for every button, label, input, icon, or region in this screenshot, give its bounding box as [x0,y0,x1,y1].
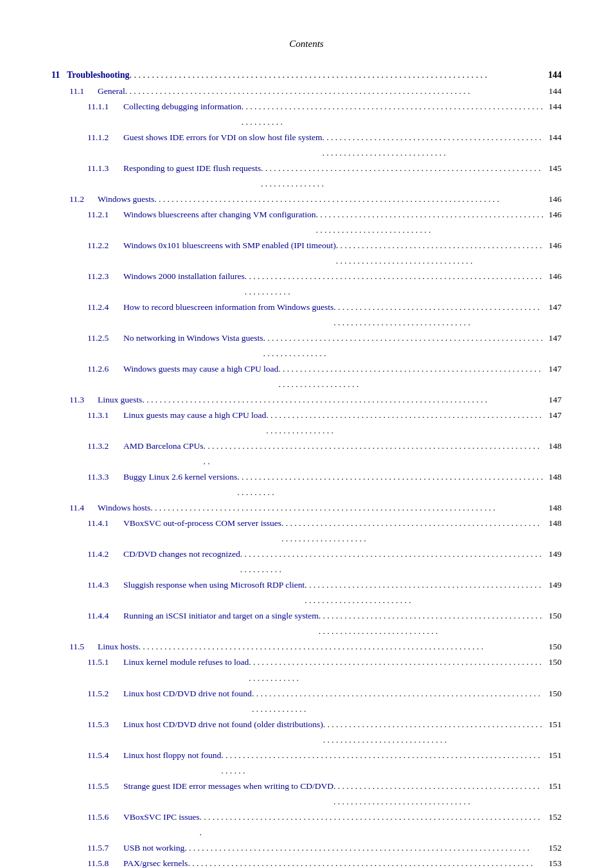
toc-page: 144 [544,99,562,114]
toc-num[interactable]: 11.5.7 [87,840,123,856]
toc-row[interactable]: 11.5.2Linux host CD/DVD drive not found … [51,686,562,717]
toc-title[interactable]: No networking in Windows Vista guests [123,330,263,346]
toc-num[interactable]: 11.3.3 [87,469,123,485]
toc-num[interactable]: 11.5.8 [87,856,123,868]
toc-row[interactable]: 11.3.2AMD Barcelona CPUs . . . . . . . .… [51,439,562,469]
toc-title[interactable]: Guest shows IDE errors for VDI on slow h… [123,130,322,145]
toc-row[interactable]: 11.2.2Windows 0x101 bluescreens with SMP… [51,238,562,269]
toc-num[interactable]: 11.5.4 [87,748,123,763]
toc-num[interactable]: 11.4.4 [87,608,123,624]
toc-dots: . . . . . . . . . . . . . . . . . . . . … [188,856,544,868]
toc-row[interactable]: 11.5Linux hosts . . . . . . . . . . . . … [51,639,562,655]
toc-row[interactable]: 11.4.2CD/DVD changes not recognized . . … [51,547,562,577]
toc-row[interactable]: 11.4Windows hosts . . . . . . . . . . . … [51,500,562,516]
toc-title[interactable]: Linux host CD/DVD drive not found (older… [123,717,323,732]
toc-num[interactable]: 11.1.3 [87,161,123,176]
toc-num[interactable]: 11.4.3 [87,577,123,593]
toc-title[interactable]: Windows guests [98,192,154,207]
toc-title[interactable]: Linux host CD/DVD drive not found [123,686,252,701]
toc-row[interactable]: 11.5.6VBoxSVC IPC issues . . . . . . . .… [51,809,562,840]
toc-num[interactable]: 11.5.2 [87,686,123,701]
toc-num[interactable]: 11.5.1 [87,655,123,670]
toc-num[interactable]: 11.2.4 [87,300,123,315]
toc-row[interactable]: 11Troubleshooting . . . . . . . . . . . … [51,68,562,84]
toc-row[interactable]: 11.2.1Windows bluescreens after changing… [51,207,562,238]
toc-row[interactable]: 11.1.3Responding to guest IDE flush requ… [51,161,562,192]
toc-row[interactable]: 11.2.4How to record bluescreen informati… [51,300,562,330]
toc-row[interactable]: 11.2.5No networking in Windows Vista gue… [51,330,562,361]
toc-num[interactable]: 11.2.3 [87,269,123,284]
toc-row[interactable]: 11.4.4Running an iSCSI initiator and tar… [51,608,562,639]
toc-title[interactable]: Running an iSCSI initiator and target on… [123,608,319,624]
toc-dots: . . . . . . . . . . . . . . . . . . . . … [281,516,544,547]
toc-num[interactable]: 11.4.1 [87,516,123,531]
toc-num[interactable]: 11.5.3 [87,717,123,732]
toc-num[interactable]: 11.4.2 [87,547,123,562]
toc-num[interactable]: 11.3 [69,392,98,408]
toc-num[interactable]: 11.4 [69,500,98,516]
toc-num[interactable]: 11.1.1 [87,99,123,114]
toc-num[interactable]: 11.5 [69,639,98,655]
toc-title[interactable]: CD/DVD changes not recognized [123,547,240,562]
toc-title[interactable]: PAX/grsec kernels [123,856,188,868]
toc-title[interactable]: Linux host floppy not found [123,748,221,763]
toc-row[interactable]: 11.5.3Linux host CD/DVD drive not found … [51,717,562,748]
toc-title[interactable]: Linux guests [98,392,142,408]
toc-row[interactable]: 11.3.3Buggy Linux 2.6 kernel versions . … [51,469,562,500]
toc-row[interactable]: 11.4.3Sluggish response when using Micro… [51,577,562,608]
toc-page: 147 [544,392,562,408]
toc-num[interactable]: 11.3.1 [87,408,123,423]
toc-num[interactable]: 11.2.6 [87,361,123,377]
toc-row[interactable]: 11.3.1Linux guests may cause a high CPU … [51,408,562,439]
toc-num[interactable]: 11.2.5 [87,330,123,346]
toc-title[interactable]: How to record bluescreen information fro… [123,300,333,315]
toc-num[interactable]: 11.5.6 [87,809,123,825]
toc-row[interactable]: 11.2.6Windows guests may cause a high CP… [51,361,562,392]
toc-row[interactable]: 11.5.7USB not working . . . . . . . . . … [51,840,562,856]
toc-dots: . . . . . . . . . . . . . . . . . . . . … [266,408,544,439]
toc-row[interactable]: 11.1.1Collecting debugging information .… [51,99,562,130]
toc-row[interactable]: 11.2Windows guests . . . . . . . . . . .… [51,192,562,207]
toc-title[interactable]: Linux guests may cause a high CPU load [123,408,266,423]
toc-title[interactable]: Windows 0x101 bluescreens with SMP enabl… [123,238,336,253]
toc-title[interactable]: Windows 2000 installation failures [123,269,245,284]
toc-num[interactable]: 11.3.2 [87,439,123,454]
toc-title[interactable]: Windows guests may cause a high CPU load [123,361,278,377]
toc-row[interactable]: 11.4.1VBoxSVC out-of-process COM server … [51,516,562,547]
toc-title[interactable]: Buggy Linux 2.6 kernel versions [123,469,237,485]
toc-row[interactable]: 11.1.2Guest shows IDE errors for VDI on … [51,130,562,161]
toc-title[interactable]: AMD Barcelona CPUs [123,439,204,454]
toc-num[interactable]: 11.5.5 [87,779,123,794]
toc-title[interactable]: General [98,84,125,99]
toc-title[interactable]: Sluggish response when using Microsoft R… [123,577,305,593]
toc-dots: . . . . . . . . . . . . . . . . . . . . … [245,269,544,300]
toc-row[interactable]: 11.5.5Strange guest IDE error messages w… [51,779,562,809]
toc-title[interactable]: Responding to guest IDE flush requests [123,161,261,176]
toc-title[interactable]: Linux kernel module refuses to load [123,655,249,670]
toc-page: 148 [544,500,562,516]
toc-num[interactable]: 11.2 [69,192,98,207]
toc-num[interactable]: 11.1 [69,84,98,99]
toc-num[interactable]: 11.2.1 [87,207,123,222]
toc-title[interactable]: VBoxSVC out-of-process COM server issues [123,516,281,531]
toc-num[interactable]: 11 [51,68,67,84]
toc-title[interactable]: Collecting debugging information [123,99,242,114]
toc-title[interactable]: Linux hosts [98,639,138,655]
toc-row[interactable]: 11.5.4Linux host floppy not found . . . … [51,748,562,779]
toc-page: 151 [544,748,562,763]
toc-title[interactable]: Troubleshooting [67,68,130,84]
toc-title[interactable]: Windows hosts [98,500,150,516]
toc-num[interactable]: 11.2.2 [87,238,123,253]
toc-title[interactable]: Windows bluescreens after changing VM co… [123,207,316,222]
toc-title[interactable]: VBoxSVC IPC issues [123,809,200,825]
toc-row[interactable]: 11.1General . . . . . . . . . . . . . . … [51,84,562,99]
toc-dots: . . . . . . . . . . . . . . . . . . . . … [336,238,544,269]
toc-title[interactable]: USB not working [123,840,184,856]
toc-row[interactable]: 11.3Linux guests . . . . . . . . . . . .… [51,392,562,408]
toc-num[interactable]: 11.1.2 [87,130,123,145]
toc-row[interactable]: 11.5.1Linux kernel module refuses to loa… [51,655,562,685]
toc-dots: . . . . . . . . . . . . . . . . . . . . … [150,500,544,516]
toc-row[interactable]: 11.5.8PAX/grsec kernels . . . . . . . . … [51,856,562,868]
toc-title[interactable]: Strange guest IDE error messages when wr… [123,779,333,794]
toc-row[interactable]: 11.2.3Windows 2000 installation failures… [51,269,562,300]
